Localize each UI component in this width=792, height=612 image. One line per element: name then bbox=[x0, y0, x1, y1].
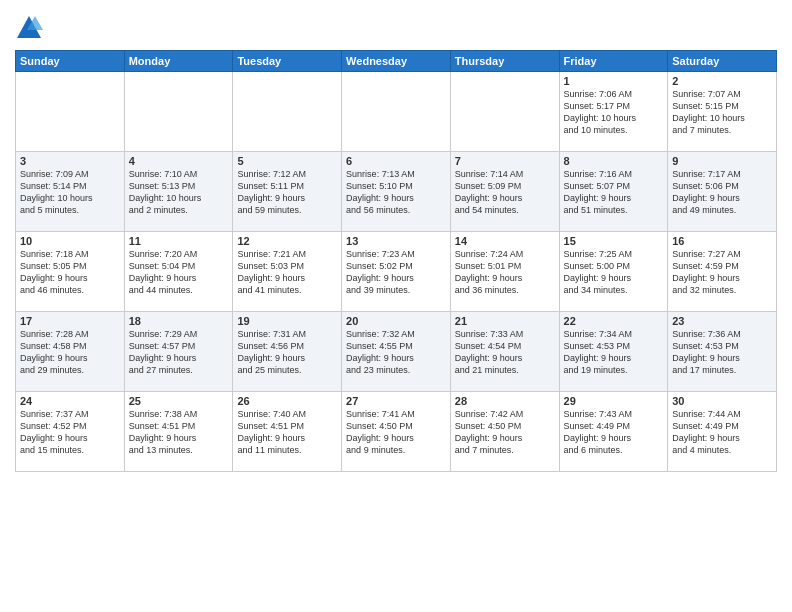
day-number: 21 bbox=[455, 315, 555, 327]
header-day: Sunday bbox=[16, 51, 125, 72]
day-info: Sunrise: 7:31 AM Sunset: 4:56 PM Dayligh… bbox=[237, 328, 337, 377]
calendar-cell: 11Sunrise: 7:20 AM Sunset: 5:04 PM Dayli… bbox=[124, 232, 233, 312]
calendar-cell bbox=[450, 72, 559, 152]
calendar-week: 1Sunrise: 7:06 AM Sunset: 5:17 PM Daylig… bbox=[16, 72, 777, 152]
calendar-cell: 24Sunrise: 7:37 AM Sunset: 4:52 PM Dayli… bbox=[16, 392, 125, 472]
calendar-cell: 15Sunrise: 7:25 AM Sunset: 5:00 PM Dayli… bbox=[559, 232, 668, 312]
day-info: Sunrise: 7:33 AM Sunset: 4:54 PM Dayligh… bbox=[455, 328, 555, 377]
day-info: Sunrise: 7:14 AM Sunset: 5:09 PM Dayligh… bbox=[455, 168, 555, 217]
calendar-cell: 4Sunrise: 7:10 AM Sunset: 5:13 PM Daylig… bbox=[124, 152, 233, 232]
header-day: Monday bbox=[124, 51, 233, 72]
header-day: Thursday bbox=[450, 51, 559, 72]
day-number: 6 bbox=[346, 155, 446, 167]
day-number: 11 bbox=[129, 235, 229, 247]
calendar-cell: 5Sunrise: 7:12 AM Sunset: 5:11 PM Daylig… bbox=[233, 152, 342, 232]
calendar-cell bbox=[124, 72, 233, 152]
calendar-cell: 9Sunrise: 7:17 AM Sunset: 5:06 PM Daylig… bbox=[668, 152, 777, 232]
calendar-cell: 25Sunrise: 7:38 AM Sunset: 4:51 PM Dayli… bbox=[124, 392, 233, 472]
day-number: 12 bbox=[237, 235, 337, 247]
calendar-cell: 8Sunrise: 7:16 AM Sunset: 5:07 PM Daylig… bbox=[559, 152, 668, 232]
day-number: 4 bbox=[129, 155, 229, 167]
calendar-cell: 10Sunrise: 7:18 AM Sunset: 5:05 PM Dayli… bbox=[16, 232, 125, 312]
calendar-cell: 23Sunrise: 7:36 AM Sunset: 4:53 PM Dayli… bbox=[668, 312, 777, 392]
day-info: Sunrise: 7:20 AM Sunset: 5:04 PM Dayligh… bbox=[129, 248, 229, 297]
day-info: Sunrise: 7:18 AM Sunset: 5:05 PM Dayligh… bbox=[20, 248, 120, 297]
day-info: Sunrise: 7:24 AM Sunset: 5:01 PM Dayligh… bbox=[455, 248, 555, 297]
day-info: Sunrise: 7:41 AM Sunset: 4:50 PM Dayligh… bbox=[346, 408, 446, 457]
calendar-cell: 6Sunrise: 7:13 AM Sunset: 5:10 PM Daylig… bbox=[342, 152, 451, 232]
day-number: 9 bbox=[672, 155, 772, 167]
calendar-cell: 12Sunrise: 7:21 AM Sunset: 5:03 PM Dayli… bbox=[233, 232, 342, 312]
calendar-cell: 3Sunrise: 7:09 AM Sunset: 5:14 PM Daylig… bbox=[16, 152, 125, 232]
calendar-cell: 13Sunrise: 7:23 AM Sunset: 5:02 PM Dayli… bbox=[342, 232, 451, 312]
calendar-cell: 21Sunrise: 7:33 AM Sunset: 4:54 PM Dayli… bbox=[450, 312, 559, 392]
day-number: 24 bbox=[20, 395, 120, 407]
day-number: 28 bbox=[455, 395, 555, 407]
day-info: Sunrise: 7:42 AM Sunset: 4:50 PM Dayligh… bbox=[455, 408, 555, 457]
day-number: 10 bbox=[20, 235, 120, 247]
day-number: 22 bbox=[564, 315, 664, 327]
calendar-cell: 14Sunrise: 7:24 AM Sunset: 5:01 PM Dayli… bbox=[450, 232, 559, 312]
day-info: Sunrise: 7:23 AM Sunset: 5:02 PM Dayligh… bbox=[346, 248, 446, 297]
day-number: 13 bbox=[346, 235, 446, 247]
day-info: Sunrise: 7:44 AM Sunset: 4:49 PM Dayligh… bbox=[672, 408, 772, 457]
calendar-cell: 20Sunrise: 7:32 AM Sunset: 4:55 PM Dayli… bbox=[342, 312, 451, 392]
day-info: Sunrise: 7:16 AM Sunset: 5:07 PM Dayligh… bbox=[564, 168, 664, 217]
day-number: 19 bbox=[237, 315, 337, 327]
day-number: 29 bbox=[564, 395, 664, 407]
day-number: 2 bbox=[672, 75, 772, 87]
page: SundayMondayTuesdayWednesdayThursdayFrid… bbox=[0, 0, 792, 612]
calendar-cell: 29Sunrise: 7:43 AM Sunset: 4:49 PM Dayli… bbox=[559, 392, 668, 472]
calendar-cell: 17Sunrise: 7:28 AM Sunset: 4:58 PM Dayli… bbox=[16, 312, 125, 392]
day-number: 26 bbox=[237, 395, 337, 407]
calendar-cell: 26Sunrise: 7:40 AM Sunset: 4:51 PM Dayli… bbox=[233, 392, 342, 472]
header-day: Tuesday bbox=[233, 51, 342, 72]
day-info: Sunrise: 7:38 AM Sunset: 4:51 PM Dayligh… bbox=[129, 408, 229, 457]
calendar-week: 24Sunrise: 7:37 AM Sunset: 4:52 PM Dayli… bbox=[16, 392, 777, 472]
day-info: Sunrise: 7:17 AM Sunset: 5:06 PM Dayligh… bbox=[672, 168, 772, 217]
calendar-cell bbox=[16, 72, 125, 152]
day-number: 27 bbox=[346, 395, 446, 407]
day-info: Sunrise: 7:27 AM Sunset: 4:59 PM Dayligh… bbox=[672, 248, 772, 297]
day-info: Sunrise: 7:37 AM Sunset: 4:52 PM Dayligh… bbox=[20, 408, 120, 457]
day-info: Sunrise: 7:36 AM Sunset: 4:53 PM Dayligh… bbox=[672, 328, 772, 377]
header bbox=[15, 10, 777, 42]
header-day: Wednesday bbox=[342, 51, 451, 72]
day-info: Sunrise: 7:28 AM Sunset: 4:58 PM Dayligh… bbox=[20, 328, 120, 377]
calendar-cell: 18Sunrise: 7:29 AM Sunset: 4:57 PM Dayli… bbox=[124, 312, 233, 392]
calendar-week: 17Sunrise: 7:28 AM Sunset: 4:58 PM Dayli… bbox=[16, 312, 777, 392]
day-info: Sunrise: 7:21 AM Sunset: 5:03 PM Dayligh… bbox=[237, 248, 337, 297]
day-number: 8 bbox=[564, 155, 664, 167]
calendar-cell: 19Sunrise: 7:31 AM Sunset: 4:56 PM Dayli… bbox=[233, 312, 342, 392]
calendar-cell bbox=[342, 72, 451, 152]
calendar-cell: 22Sunrise: 7:34 AM Sunset: 4:53 PM Dayli… bbox=[559, 312, 668, 392]
day-info: Sunrise: 7:06 AM Sunset: 5:17 PM Dayligh… bbox=[564, 88, 664, 137]
day-number: 17 bbox=[20, 315, 120, 327]
day-number: 14 bbox=[455, 235, 555, 247]
calendar-cell: 1Sunrise: 7:06 AM Sunset: 5:17 PM Daylig… bbox=[559, 72, 668, 152]
header-day: Friday bbox=[559, 51, 668, 72]
calendar-cell: 28Sunrise: 7:42 AM Sunset: 4:50 PM Dayli… bbox=[450, 392, 559, 472]
day-number: 15 bbox=[564, 235, 664, 247]
logo bbox=[15, 14, 47, 42]
day-number: 25 bbox=[129, 395, 229, 407]
day-number: 3 bbox=[20, 155, 120, 167]
header-row: SundayMondayTuesdayWednesdayThursdayFrid… bbox=[16, 51, 777, 72]
day-number: 16 bbox=[672, 235, 772, 247]
day-info: Sunrise: 7:09 AM Sunset: 5:14 PM Dayligh… bbox=[20, 168, 120, 217]
calendar-cell: 27Sunrise: 7:41 AM Sunset: 4:50 PM Dayli… bbox=[342, 392, 451, 472]
day-number: 1 bbox=[564, 75, 664, 87]
day-info: Sunrise: 7:25 AM Sunset: 5:00 PM Dayligh… bbox=[564, 248, 664, 297]
day-info: Sunrise: 7:43 AM Sunset: 4:49 PM Dayligh… bbox=[564, 408, 664, 457]
day-number: 20 bbox=[346, 315, 446, 327]
calendar-cell: 30Sunrise: 7:44 AM Sunset: 4:49 PM Dayli… bbox=[668, 392, 777, 472]
calendar-cell bbox=[233, 72, 342, 152]
day-info: Sunrise: 7:12 AM Sunset: 5:11 PM Dayligh… bbox=[237, 168, 337, 217]
calendar-cell: 2Sunrise: 7:07 AM Sunset: 5:15 PM Daylig… bbox=[668, 72, 777, 152]
calendar-week: 3Sunrise: 7:09 AM Sunset: 5:14 PM Daylig… bbox=[16, 152, 777, 232]
calendar-week: 10Sunrise: 7:18 AM Sunset: 5:05 PM Dayli… bbox=[16, 232, 777, 312]
day-info: Sunrise: 7:29 AM Sunset: 4:57 PM Dayligh… bbox=[129, 328, 229, 377]
header-day: Saturday bbox=[668, 51, 777, 72]
calendar-cell: 16Sunrise: 7:27 AM Sunset: 4:59 PM Dayli… bbox=[668, 232, 777, 312]
day-info: Sunrise: 7:13 AM Sunset: 5:10 PM Dayligh… bbox=[346, 168, 446, 217]
